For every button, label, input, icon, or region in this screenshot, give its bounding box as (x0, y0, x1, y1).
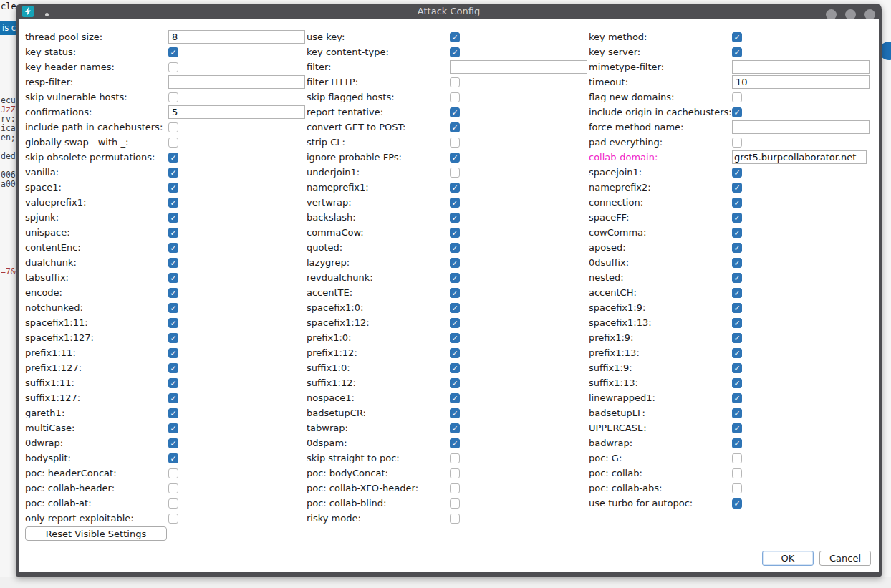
suffix1-13-checkbox[interactable] (732, 378, 742, 388)
space1-checkbox[interactable] (168, 183, 178, 193)
encode-checkbox[interactable] (168, 288, 178, 298)
include-path-in-cachebusters-checkbox[interactable] (168, 122, 178, 132)
mimetype-filter-input[interactable] (732, 60, 870, 74)
spacefix1-12-checkbox[interactable] (450, 318, 460, 328)
nospace1-checkbox[interactable] (450, 393, 460, 403)
0dsuffix-checkbox[interactable] (732, 258, 742, 268)
0dspam-checkbox[interactable] (450, 438, 460, 448)
accentte-checkbox[interactable] (450, 288, 460, 298)
poc-bodyconcat-checkbox[interactable] (450, 468, 460, 478)
revdualchunk-checkbox[interactable] (450, 273, 460, 283)
confirmations-input[interactable] (168, 105, 305, 119)
ignore-probable-fps-checkbox[interactable] (450, 153, 460, 163)
resp-filter-input[interactable] (168, 75, 305, 89)
gareth1-checkbox[interactable] (168, 408, 178, 418)
quoted-checkbox[interactable] (450, 243, 460, 253)
force-method-name-input[interactable] (732, 120, 870, 134)
vertwrap-checkbox[interactable] (450, 198, 460, 208)
badwrap-checkbox[interactable] (732, 438, 742, 448)
valueprefix1-checkbox[interactable] (168, 198, 178, 208)
commacow-checkbox[interactable] (450, 228, 460, 238)
unispace-checkbox[interactable] (168, 228, 178, 238)
filter-input[interactable] (450, 60, 587, 74)
skip-obsolete-permutations-checkbox[interactable] (168, 153, 178, 163)
spaceff-checkbox[interactable] (732, 213, 742, 223)
badsetuplf-checkbox[interactable] (732, 408, 742, 418)
timeout-input[interactable] (732, 75, 870, 89)
cowcomma-checkbox[interactable] (732, 228, 742, 238)
convert-get-to-post-checkbox[interactable] (450, 122, 460, 132)
backslash-checkbox[interactable] (450, 213, 460, 223)
key-status-checkbox[interactable] (168, 47, 178, 57)
key-content-type-checkbox[interactable] (450, 47, 460, 57)
prefix1-11-checkbox[interactable] (168, 348, 178, 358)
collab-domain-input[interactable] (732, 150, 867, 164)
uppercase-checkbox[interactable] (732, 423, 742, 433)
key-method-checkbox[interactable] (732, 32, 742, 42)
connection-checkbox[interactable] (732, 198, 742, 208)
suffix1-12-checkbox[interactable] (450, 378, 460, 388)
use-turbo-for-autopoc-checkbox[interactable] (732, 498, 742, 509)
prefix1-12-checkbox[interactable] (450, 348, 460, 358)
suffix1-9-checkbox[interactable] (732, 363, 742, 373)
spacefix1-0-checkbox[interactable] (450, 303, 460, 313)
poc-collab-blind-checkbox[interactable] (450, 498, 460, 509)
prefix1-9-checkbox[interactable] (732, 333, 742, 343)
nameprefix1-checkbox[interactable] (450, 183, 460, 193)
suffix1-11-checkbox[interactable] (168, 378, 178, 388)
cancel-button[interactable]: Cancel (819, 551, 871, 566)
poc-collab-header-checkbox[interactable] (168, 483, 178, 493)
thread-pool-size-input[interactable] (168, 30, 305, 44)
poc-collab-at-checkbox[interactable] (168, 498, 178, 509)
poc-headerconcat-checkbox[interactable] (168, 468, 178, 478)
spacejoin1-checkbox[interactable] (732, 168, 742, 178)
badsetupcr-checkbox[interactable] (450, 408, 460, 418)
report-tentative-checkbox[interactable] (450, 107, 460, 117)
key-header-names-checkbox[interactable] (168, 62, 178, 72)
reset-visible-settings-button[interactable]: Reset Visible Settings (25, 526, 167, 541)
linewrapped1-checkbox[interactable] (732, 393, 742, 403)
nameprefix2-checkbox[interactable] (732, 183, 742, 193)
risky-mode-checkbox[interactable] (450, 514, 460, 524)
include-origin-in-cachebusters-checkbox[interactable] (732, 107, 742, 117)
aposed-checkbox[interactable] (732, 243, 742, 253)
pad-everything-checkbox[interactable] (732, 138, 742, 148)
notchunked-checkbox[interactable] (168, 303, 178, 313)
lazygrep-checkbox[interactable] (450, 258, 460, 268)
spacefix1-13-checkbox[interactable] (732, 318, 742, 328)
suffix1-127-checkbox[interactable] (168, 393, 178, 403)
background-burp-tab[interactable]: is c (0, 21, 16, 35)
poc-collab-abs-checkbox[interactable] (732, 483, 742, 493)
tabsuffix-checkbox[interactable] (168, 273, 178, 283)
0dwrap-checkbox[interactable] (168, 438, 178, 448)
window-button-icon[interactable] (864, 9, 875, 20)
filter-http-checkbox[interactable] (450, 77, 460, 87)
strip-cl-checkbox[interactable] (450, 138, 460, 148)
bodysplit-checkbox[interactable] (168, 453, 178, 463)
nested-checkbox[interactable] (732, 273, 742, 283)
spacefix1-127-checkbox[interactable] (168, 333, 178, 343)
dualchunk-checkbox[interactable] (168, 258, 178, 268)
poc-collab-xfo-header-checkbox[interactable] (450, 483, 460, 493)
window-button-icon[interactable] (826, 9, 837, 20)
accentch-checkbox[interactable] (732, 288, 742, 298)
titlebar[interactable]: Attack Config (16, 4, 882, 19)
poc-g-checkbox[interactable] (732, 453, 742, 463)
prefix1-0-checkbox[interactable] (450, 333, 460, 343)
vanilla-checkbox[interactable] (168, 168, 178, 178)
underjoin1-checkbox[interactable] (450, 168, 460, 178)
tabwrap-checkbox[interactable] (450, 423, 460, 433)
skip-vulnerable-hosts-checkbox[interactable] (168, 92, 178, 102)
flag-new-domains-checkbox[interactable] (732, 92, 742, 102)
spjunk-checkbox[interactable] (168, 213, 178, 223)
only-report-exploitable-checkbox[interactable] (168, 514, 178, 524)
skip-flagged-hosts-checkbox[interactable] (450, 92, 460, 102)
key-server-checkbox[interactable] (732, 47, 742, 57)
prefix1-127-checkbox[interactable] (168, 363, 178, 373)
globally-swap-with-checkbox[interactable] (168, 138, 178, 148)
poc-collab-checkbox[interactable] (732, 468, 742, 478)
use-key-checkbox[interactable] (450, 32, 460, 42)
suffix1-0-checkbox[interactable] (450, 363, 460, 373)
spacefix1-9-checkbox[interactable] (732, 303, 742, 313)
ok-button[interactable]: OK (762, 551, 814, 566)
